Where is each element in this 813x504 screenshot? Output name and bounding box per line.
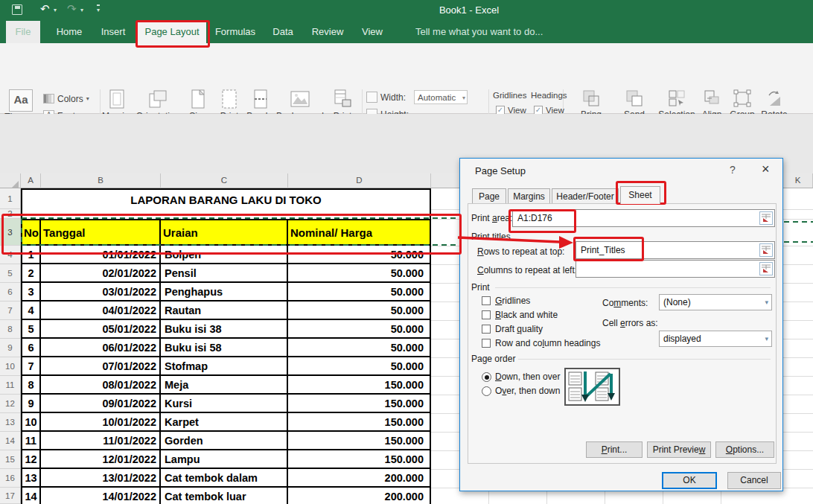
black-and-white-checkbox[interactable] [482, 310, 491, 319]
cell[interactable]: 2 [21, 264, 41, 283]
cell[interactable]: 13/01/2022 [41, 469, 161, 488]
column-header-a[interactable]: A [21, 173, 41, 188]
row-header-4[interactable]: 4 [0, 246, 21, 264]
width-combo[interactable]: Automatic▾ [414, 90, 468, 104]
cell[interactable]: Tanggal [41, 220, 161, 246]
close-icon[interactable]: × [762, 162, 770, 177]
cell[interactable]: 04/01/2022 [41, 302, 161, 320]
cell[interactable]: 7 [21, 357, 41, 376]
options-button[interactable]: Options... [715, 441, 774, 458]
cell[interactable]: 150.000 [288, 413, 431, 432]
print-area-field[interactable]: A1:D176 [512, 209, 775, 227]
row-header-12[interactable]: 12 [0, 395, 21, 413]
dialog-tab-margins[interactable]: Margins [508, 188, 550, 204]
cell[interactable]: Rautan [161, 302, 288, 320]
cell[interactable]: 8 [21, 376, 41, 395]
cell[interactable]: Cat tembok luar [161, 488, 288, 504]
cell[interactable]: 01/01/2022 [41, 246, 161, 264]
cell[interactable]: 03/01/2022 [41, 283, 161, 302]
cancel-button[interactable]: Cancel [727, 472, 781, 489]
cell-errors-dropdown[interactable]: displayed▾ [659, 331, 772, 347]
row-header-3[interactable]: 3 [0, 219, 21, 246]
cell[interactable]: 50.000 [288, 339, 431, 357]
cell[interactable]: 150.000 [288, 376, 431, 395]
column-header-d[interactable]: D [288, 173, 431, 188]
column-header-b[interactable]: B [41, 173, 161, 188]
comments-dropdown[interactable]: (None)▾ [659, 294, 772, 310]
column-header-k[interactable]: K [783, 173, 813, 188]
cell[interactable]: 4 [21, 302, 41, 320]
cell[interactable]: 50.000 [288, 357, 431, 376]
rows-repeat-field[interactable]: Print_Titles [576, 241, 775, 259]
cell[interactable]: Meja [161, 376, 288, 395]
ok-button[interactable]: OK [662, 472, 717, 489]
cell[interactable]: 150.000 [288, 395, 431, 413]
cell[interactable]: Nominal/ Harga [288, 220, 431, 246]
row-header-2[interactable]: 2 [0, 209, 21, 219]
cell[interactable]: 50.000 [288, 302, 431, 320]
cell[interactable]: Buku isi 58 [161, 339, 288, 357]
tab-home[interactable]: Home [49, 21, 89, 43]
cell[interactable]: 6 [21, 339, 41, 357]
cell[interactable]: 09/01/2022 [41, 395, 161, 413]
cell[interactable]: 07/01/2022 [41, 357, 161, 376]
cell[interactable]: No. [21, 220, 41, 246]
row-header-9[interactable]: 9 [0, 339, 21, 357]
dialog-tab-header-footer[interactable]: Header/Footer [552, 188, 619, 204]
cell[interactable]: 1 [21, 246, 41, 264]
cell[interactable]: Penghapus [161, 283, 288, 302]
redo-dropdown-icon[interactable]: ▾ [80, 7, 83, 13]
select-all-corner[interactable] [0, 173, 21, 188]
row-column-headings-checkbox[interactable] [482, 339, 491, 348]
cell[interactable]: 06/01/2022 [41, 339, 161, 357]
cell[interactable]: 12 [21, 450, 41, 469]
cell[interactable]: Lampu [161, 450, 288, 469]
down-then-over-radio[interactable] [482, 372, 491, 382]
cell[interactable]: 13 [21, 469, 41, 488]
tab-formulas[interactable]: Formulas [213, 21, 258, 43]
draft-quality-checkbox[interactable] [482, 325, 491, 334]
cell[interactable]: Cat tembok dalam [161, 469, 288, 488]
cell[interactable]: 10/01/2022 [41, 413, 161, 432]
row-header-16[interactable]: 16 [0, 469, 21, 488]
cell[interactable]: 150.000 [288, 450, 431, 469]
help-icon[interactable]: ? [730, 164, 736, 176]
cell[interactable]: 11 [21, 432, 41, 450]
cell[interactable]: 150.000 [288, 432, 431, 450]
cell[interactable]: 50.000 [288, 320, 431, 339]
cell[interactable]: Kursi [161, 395, 288, 413]
cols-repeat-field[interactable] [576, 260, 775, 278]
cols-repeat-range-selector-icon[interactable] [759, 262, 773, 275]
cell[interactable]: 3 [21, 283, 41, 302]
row-header-15[interactable]: 15 [0, 450, 21, 469]
save-icon[interactable] [12, 4, 22, 15]
cell[interactable]: 50.000 [288, 246, 431, 264]
undo-icon[interactable]: ↶ [40, 3, 50, 14]
tab-data[interactable]: Data [267, 21, 299, 43]
cell[interactable]: 08/01/2022 [41, 376, 161, 395]
redo-icon[interactable]: ↷ [67, 3, 77, 14]
cell[interactable]: 5 [21, 320, 41, 339]
cell[interactable]: Karpet [161, 413, 288, 432]
row-header-8[interactable]: 8 [0, 320, 21, 339]
cell[interactable]: 50.000 [288, 283, 431, 302]
dialog-tab-page[interactable]: Page [472, 188, 506, 204]
cell[interactable]: Stofmap [161, 357, 288, 376]
cell[interactable]: 12/01/2022 [41, 450, 161, 469]
tab-page-layout[interactable]: Page Layout [138, 21, 206, 43]
print-area-range-selector-icon[interactable] [759, 211, 773, 225]
row-header-14[interactable]: 14 [0, 432, 21, 450]
customize-quick-access-icon[interactable]: ▾ [97, 4, 100, 13]
tab-review[interactable]: Review [308, 21, 347, 43]
tab-file[interactable]: File [6, 21, 40, 43]
cell[interactable]: 05/01/2022 [41, 320, 161, 339]
row-header-10[interactable]: 10 [0, 357, 21, 376]
cell[interactable]: 02/01/2022 [41, 264, 161, 283]
tab-view[interactable]: View [356, 21, 389, 43]
gridlines-checkbox[interactable] [482, 296, 491, 305]
row-header-7[interactable]: 7 [0, 302, 21, 320]
print-preview-button[interactable]: Print Preview [647, 441, 711, 458]
cell[interactable]: 14 [21, 488, 41, 504]
column-header-c[interactable]: C [161, 173, 288, 188]
cell[interactable]: 200.000 [288, 488, 431, 504]
